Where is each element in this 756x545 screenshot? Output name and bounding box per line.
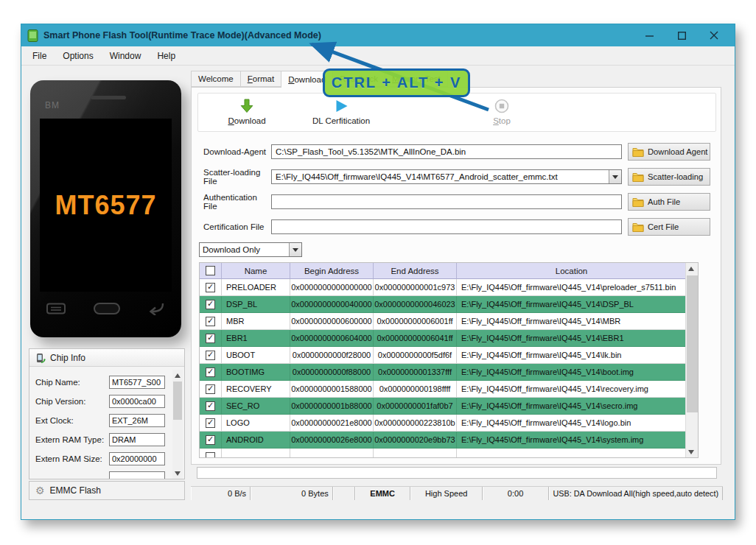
scroll-up-icon[interactable] [172,370,183,380]
authentication-browse-button[interactable]: Auth File [628,193,710,211]
download-agent-browse-button[interactable]: Download Agent [628,143,710,161]
cell-begin-address: 0x0000000000600000 [291,317,372,326]
tab-label: Format [248,74,274,83]
chip-field-label: Ext Clock: [35,416,109,425]
row-checkbox[interactable] [206,384,215,394]
authentication-input[interactable] [271,194,622,209]
row-checkbox[interactable] [206,452,215,459]
cell-end-address: 0x000000000198ffff [379,384,451,393]
minimize-icon[interactable] [634,26,664,45]
progress-bar [197,467,717,479]
table-header-cell[interactable]: End Address [374,263,457,279]
gear-icon: ⚙ [35,485,45,496]
stop-label: Stop [493,116,511,125]
select-all-checkbox[interactable] [206,266,215,275]
table-scrollbar[interactable] [685,263,698,457]
scrollbar-thumb[interactable] [687,275,698,412]
cell-name: DSP_BL [222,300,257,309]
download-action-label: Download [228,116,265,125]
folder-icon [632,172,644,182]
cell-name: LOGO [222,418,250,427]
dl-certification-button[interactable]: DL Cerfitication [297,94,385,131]
row-checkbox[interactable] [206,300,215,309]
row-checkbox[interactable] [206,418,215,428]
tab-welcome[interactable]: Welcome [191,71,240,87]
scatter-loading-browse-button[interactable]: Scatter-loading [628,168,710,186]
row-checkbox[interactable] [206,368,215,377]
cell-begin-address: 0x0000000000604000 [291,334,372,342]
folder-icon [632,147,644,157]
row-checkbox[interactable] [206,435,215,445]
table-row[interactable]: DSP_BL 0x0000000000040000 0x000000000004… [200,296,687,313]
cell-begin-address: 0x0000000000f88000 [293,368,371,376]
row-checkbox[interactable] [206,283,215,292]
scroll-down-icon[interactable] [172,468,183,479]
download-action-button[interactable]: Download [211,94,282,131]
dl-certification-label: DL Cerfitication [312,116,370,125]
menu-file[interactable]: File [24,48,55,64]
chip-extra-input [109,471,165,479]
table-row[interactable]: BOOTIMG 0x0000000000f88000 0x00000000013… [200,364,687,381]
menu-help[interactable]: Help [149,48,183,64]
download-agent-input[interactable] [271,144,622,159]
chip-info-scrollbar[interactable] [172,370,183,479]
cell-location: E:\Fly_IQ445\Off_firmware\IQ445_V14\MBR [457,317,620,326]
download-mode-value: Download Only [200,245,289,254]
scroll-down-icon[interactable] [686,447,696,457]
browse-button-label: Scatter-loading [648,172,703,181]
cell-begin-address: 0x0000000000040000 [291,300,372,309]
chip-info-row: Chip Version: [35,392,184,411]
scatter-loading-input[interactable] [271,169,622,184]
home-key-icon [94,303,120,314]
table-row[interactable]: ANDROID 0x00000000026e8000 0x0000000020e… [200,432,687,449]
table-header-cell[interactable]: Name [222,263,290,279]
chip-field-value [109,433,165,446]
row-checkbox[interactable] [206,351,215,360]
cell-name: UBOOT [222,351,255,359]
certification-input[interactable] [271,219,622,234]
table-header-cell[interactable]: Location [457,263,687,279]
table-row[interactable]: MBR 0x0000000000600000 0x00000000006001f… [200,313,687,330]
chevron-down-icon[interactable] [289,243,301,256]
phone-soft-keys [46,299,165,318]
cell-end-address: 0x0000000000f5df6f [378,351,452,359]
app-window: Smart Phone Flash Tool(Runtime Trace Mod… [21,24,735,520]
field-input-wrap [271,144,622,159]
chevron-down-icon[interactable] [609,170,621,183]
table-header-cell[interactable]: Begin Address [290,263,374,279]
cell-end-address: 0x000000000223810b [374,418,455,427]
field-input-wrap [271,194,622,209]
close-icon[interactable] [699,26,729,45]
chip-field-value [109,414,165,427]
field-label: Certification File [203,222,271,231]
maximize-icon[interactable] [667,26,696,45]
status-cell: EMMC [355,487,410,500]
table-row[interactable]: LOGO 0x00000000021e8000 0x00000000022381… [200,415,687,432]
row-checkbox[interactable] [206,334,215,343]
scroll-up-icon[interactable] [686,263,696,273]
scrollbar-thumb[interactable] [173,382,182,420]
certification-browse-button[interactable]: Cert File [628,218,710,236]
menu-bar: FileOptionsWindowHelp [21,46,735,66]
back-key-icon [147,302,165,315]
table-row[interactable] [200,449,687,458]
shortcut-callout: CTRL + ALT + V [323,68,470,97]
table-row[interactable]: UBOOT 0x0000000000f28000 0x0000000000f5d… [200,347,687,364]
table-header-cell[interactable] [200,263,222,279]
download-mode-select[interactable]: Download Only [199,242,302,257]
stop-button[interactable]: Stop [480,94,524,131]
chip-field-label: Chip Version: [35,397,109,406]
field-input-wrap [271,169,622,184]
row-checkbox[interactable] [206,317,215,326]
table-row[interactable]: SEC_RO 0x0000000001b88000 0x0000000001fa… [200,398,687,415]
table-row[interactable]: PRELOADER 0x0000000000000000 0x000000000… [200,279,687,296]
row-checkbox[interactable] [206,401,215,411]
menu-options[interactable]: Options [55,48,101,64]
table-row[interactable]: EBR1 0x0000000000604000 0x00000000006041… [200,330,687,347]
cell-location: E:\Fly_IQ445\Off_firmware\IQ445_V14\boot… [457,368,634,376]
tab-format[interactable]: Format [240,71,281,87]
menu-window[interactable]: Window [102,48,150,64]
tab-label: Welcome [198,74,234,83]
chip-field-value [109,376,165,389]
table-row[interactable]: RECOVERY 0x0000000001588000 0x0000000001… [200,381,687,398]
